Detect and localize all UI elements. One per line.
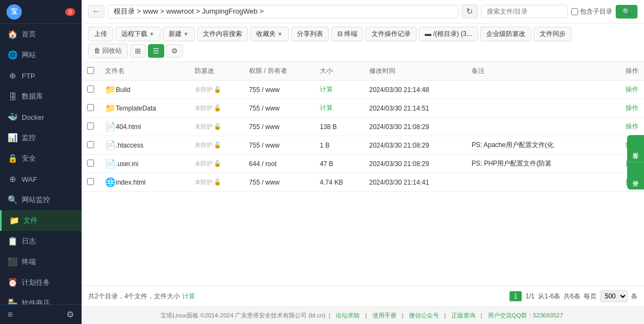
grid-view-button[interactable]: ⊞ — [130, 44, 146, 58]
modified-time: 2024/03/30 21:14:51 — [369, 105, 429, 112]
row-checkbox[interactable] — [87, 178, 94, 185]
sidebar-item-label: 计划任务 — [22, 278, 50, 288]
calc-size-link[interactable]: 计算 — [320, 104, 333, 112]
content-search-button[interactable]: 文件内容搜索 — [197, 27, 248, 41]
website-icon: 🌐 — [8, 50, 17, 60]
manual-link[interactable]: 使用手册 — [373, 312, 397, 319]
home-icon: 🏠 — [8, 29, 17, 39]
permission-header: 权限 / 所有者 — [244, 62, 314, 81]
row-checkbox[interactable] — [87, 160, 94, 167]
file-name-link[interactable]: .user.ini — [116, 160, 138, 168]
sidebar-item-software[interactable]: 🏪 软件商店 — [0, 293, 82, 304]
sidebar-item-label: 网站监控 — [22, 195, 50, 205]
sidebar-item-database[interactable]: 🗄 数据库 — [0, 86, 82, 107]
total: 共6条 — [564, 292, 580, 301]
file-icon: 📄 — [105, 121, 116, 132]
summary-text: 共2个目录，4个文件，文件大小 — [88, 292, 180, 300]
verify-link[interactable]: 正版查询 — [451, 312, 475, 319]
sidebar-item-site-monitor[interactable]: 🔍 网站监控 — [0, 189, 82, 210]
forum-link[interactable]: 论坛求助 — [336, 312, 360, 319]
per-page-unit: 条 — [631, 292, 637, 301]
sidebar-item-ftp[interactable]: ⊕ FTP — [0, 65, 82, 86]
row-checkbox[interactable] — [87, 104, 94, 111]
customer-service-button[interactable]: 客服 — [627, 135, 644, 162]
sidebar-item-website[interactable]: 🌐 网站 — [0, 45, 82, 65]
row-checkbox[interactable] — [87, 85, 94, 93]
file-name-link[interactable]: .htaccess — [116, 142, 144, 149]
modified-time: 2024/03/30 21:08:29 — [369, 142, 429, 149]
page-number-button[interactable]: 1 — [509, 291, 523, 302]
include-subdir-label[interactable]: 包含子目录 — [571, 7, 612, 16]
note-cell: PS: Apache用户配置文件(化 — [466, 136, 600, 155]
lock-icon: 🔓 — [214, 142, 221, 149]
size-cell: 138 B — [314, 118, 364, 136]
sidebar-item-security[interactable]: 🔒 安全 — [0, 148, 82, 169]
file-name-link[interactable]: TemplateData — [116, 105, 156, 112]
new-button[interactable]: 新建 ▼ — [163, 27, 195, 41]
rating-button[interactable]: 评价 — [627, 162, 644, 189]
root-button[interactable]: ▬ /(根目录) (3... — [419, 27, 478, 41]
recycle-bin-button[interactable]: 🗑 回收站 — [88, 44, 128, 58]
files-icon: 📁 — [9, 216, 19, 225]
sidebar-item-logs[interactable]: 📋 日志 — [0, 231, 82, 252]
settings-button[interactable]: ⚙ — [166, 44, 183, 58]
path-input[interactable] — [108, 5, 459, 19]
note-header: 备注 — [466, 62, 600, 81]
remote-download-button[interactable]: 远程下载 ▼ — [115, 27, 160, 41]
sidebar-item-files[interactable]: 📁 文件 — [0, 210, 82, 231]
settings-icon[interactable]: ⚙ — [66, 309, 74, 320]
calc-size-link[interactable]: 计算 — [320, 85, 333, 93]
docker-icon: 🐳 — [8, 112, 17, 122]
table-row: 📁 TemplateData 未防护 🔓 755 / www 计算 2024/0… — [82, 99, 644, 118]
qq-group-link[interactable]: 用户交流QQ群：523693527 — [488, 312, 563, 319]
filesync-button[interactable]: 文件同步 — [534, 27, 572, 41]
share-button[interactable]: 分享列表 — [291, 27, 329, 41]
compress-button[interactable]: 收藏夹 ▼ — [250, 27, 289, 41]
enterprise-button[interactable]: 企业级防篡改 — [480, 27, 531, 41]
include-subdir-checkbox[interactable] — [571, 8, 578, 15]
note-cell — [466, 99, 600, 118]
file-name-link[interactable]: index.html — [116, 179, 146, 186]
operation-link[interactable]: 操作 — [626, 85, 639, 93]
modified-cell: 2024/03/30 21:08:29 — [364, 118, 466, 136]
menu-icon[interactable]: ≡ — [8, 310, 13, 320]
ftp-icon: ⊕ — [8, 71, 17, 81]
sidebar-item-label: FTP — [22, 72, 35, 80]
operation-link[interactable]: 操作 — [626, 123, 639, 130]
sidebar-item-scheduler[interactable]: ⏰ 计划任务 — [0, 272, 82, 293]
sidebar-logo: 宝 0 — [0, 0, 82, 24]
row-checkbox[interactable] — [87, 141, 94, 148]
operation-link[interactable]: 操作 — [626, 104, 639, 112]
table-row: 📁 Build 未防护 🔓 755 / www 计算 2024/03/30 21… — [82, 81, 644, 99]
search-button[interactable]: 🔍 — [616, 5, 637, 19]
back-button[interactable]: ← — [88, 5, 104, 18]
sidebar-item-label: 数据库 — [22, 91, 43, 101]
row-checkbox[interactable] — [87, 123, 94, 130]
sidebar-item-waf[interactable]: ⊕ WAF — [0, 169, 82, 189]
row-checkbox-cell — [82, 81, 100, 99]
sidebar-item-terminal[interactable]: ⬛ 终端 — [0, 252, 82, 272]
select-all-checkbox[interactable] — [87, 67, 94, 74]
file-name-link[interactable]: Build — [116, 86, 131, 94]
sidebar-item-home[interactable]: 🏠 首页 — [0, 24, 82, 45]
size-header: 大小 — [314, 62, 364, 81]
upload-button[interactable]: 上传 — [88, 27, 113, 41]
refresh-button[interactable]: ↻ — [462, 4, 478, 19]
sidebar-item-docker[interactable]: 🐳 Docker — [0, 107, 82, 127]
file-name-link[interactable]: 404.html — [116, 123, 141, 131]
protect-cell: 未防护 🔓 — [189, 118, 244, 136]
lock-icon: 🔓 — [214, 160, 221, 167]
operation-cell: 操作 — [600, 99, 644, 118]
sidebar-item-label: 监控 — [22, 133, 36, 143]
protect-status: 未防护 🔓 — [195, 141, 238, 149]
wechat-link[interactable]: 微信公众号 — [409, 312, 439, 319]
lock-icon: 🔓 — [214, 179, 221, 186]
file-ops-button[interactable]: 文件操作记录 — [366, 27, 417, 41]
list-view-button[interactable]: ☰ — [148, 44, 164, 58]
calc-link[interactable]: 计算 — [182, 292, 195, 300]
per-page-select[interactable]: 500 100 50 — [600, 290, 628, 302]
logo-icon: 宝 — [7, 4, 22, 20]
sidebar-item-monitor[interactable]: 📊 监控 — [0, 127, 82, 148]
terminal-button[interactable]: ⊟ 终端 — [331, 27, 363, 41]
search-input[interactable] — [481, 5, 568, 18]
